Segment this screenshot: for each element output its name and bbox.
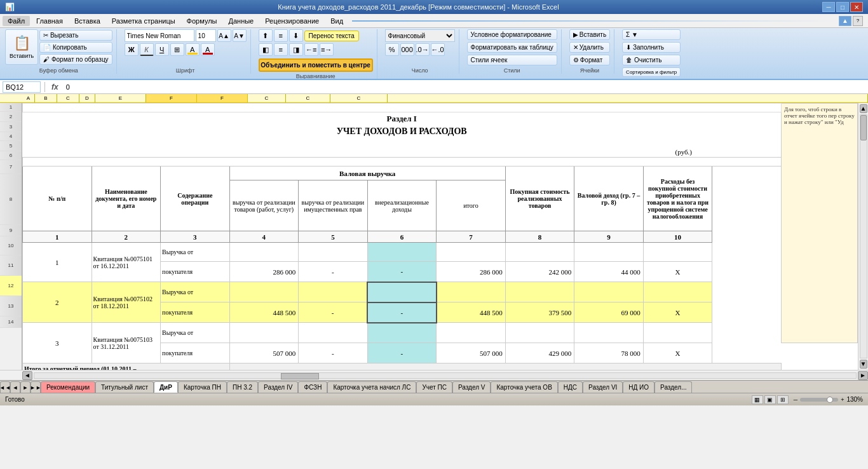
data-row3-col9[interactable]: 78 000 — [574, 343, 644, 364]
data-row3-op-from[interactable]: Выручка от — [161, 323, 230, 343]
data-row3-col8[interactable]: 429 000 — [505, 343, 574, 364]
scroll-up-button[interactable]: ▲ — [860, 104, 867, 113]
help-button[interactable]: ? — [853, 16, 863, 26]
data-row1-doc[interactable]: Квитанция №0075101 от 16.12.2011 — [92, 243, 161, 282]
zoom-out-button[interactable]: ─ — [794, 397, 797, 403]
data-row3-num[interactable]: 3 — [23, 323, 92, 364]
data-row1-col10[interactable]: X — [643, 262, 712, 282]
tab-nav-prev[interactable]: ◄ — [10, 381, 20, 393]
data-row3-col8-empty[interactable] — [505, 323, 574, 343]
zoom-slider-thumb[interactable] — [827, 397, 833, 403]
data-row3-col4-empty[interactable] — [229, 323, 299, 343]
autosum-button[interactable]: Σ ▼ — [622, 29, 681, 40]
copy-button[interactable]: 📄 Копировать — [39, 42, 112, 53]
data-row2-col10-empty[interactable] — [643, 282, 712, 302]
data-row2-col9-empty[interactable] — [574, 282, 644, 302]
data-row1-col10-empty[interactable] — [643, 243, 712, 262]
tab-nav-next[interactable]: ► — [20, 381, 31, 393]
font-grow-button[interactable]: A▲ — [217, 29, 231, 42]
data-row1-col6[interactable]: - — [367, 262, 437, 282]
sheet-tab-uchet-ps[interactable]: Учет ПС — [416, 381, 452, 393]
data-row2-col8[interactable]: 379 500 — [505, 302, 574, 323]
data-row1-col4[interactable]: 286 000 — [229, 262, 299, 282]
align-bottom-button[interactable]: ⬇ — [289, 29, 303, 42]
zoom-level[interactable]: 130% — [846, 396, 863, 403]
sheet-tab-pn32[interactable]: ПН 3.2 — [227, 381, 258, 393]
data-row3-col9-empty[interactable] — [574, 323, 644, 343]
data-row1-op-from[interactable]: Выручка от — [161, 243, 230, 262]
scroll-track[interactable] — [860, 114, 867, 358]
scroll-down-button[interactable]: ▼ — [860, 360, 867, 369]
data-row1-col7-empty[interactable] — [437, 243, 506, 262]
paste-button[interactable]: 📋 Вставить — [5, 29, 38, 65]
clear-button[interactable]: 🗑 Очистить — [622, 55, 681, 65]
wrap-text-button[interactable]: Перенос текста — [304, 31, 359, 41]
data-row3-col10[interactable]: X — [643, 343, 712, 364]
percent-button[interactable]: % — [385, 43, 399, 56]
italic-button[interactable]: К — [140, 43, 154, 56]
data-row2-col8-empty[interactable] — [505, 282, 574, 302]
font-shrink-button[interactable]: A▼ — [233, 29, 247, 42]
align-right-button[interactable]: ◨ — [289, 43, 303, 56]
align-left-button[interactable]: ◧ — [259, 43, 273, 56]
data-row3-col5[interactable]: - — [299, 343, 368, 364]
data-row2-op-from[interactable]: Выручка от — [161, 282, 230, 302]
data-row2-col7[interactable]: 448 500 — [437, 302, 506, 323]
data-row2-num[interactable]: 2 — [23, 282, 92, 323]
insert-cells-button[interactable]: ▶ Вставить — [569, 29, 610, 40]
page-break-view-button[interactable]: ⊞ — [777, 395, 789, 404]
data-row1-op[interactable]: покупателя — [161, 262, 230, 282]
formula-input[interactable]: 0 — [64, 81, 865, 93]
decrease-decimal-button[interactable]: ←.0 — [431, 43, 445, 56]
data-row1-col5-empty[interactable] — [299, 243, 368, 262]
increase-decimal-button[interactable]: .0→ — [416, 43, 430, 56]
conditional-formatting-button[interactable]: Условное форматирование — [467, 29, 557, 40]
sheet-tab-title[interactable]: Титульный лист — [95, 381, 154, 393]
menu-item-insert[interactable]: Вставка — [69, 16, 105, 26]
horizontal-scroll-thumb[interactable] — [281, 373, 319, 379]
bold-button[interactable]: Ж — [125, 43, 139, 56]
format-cells-button[interactable]: ⚙ Формат — [569, 55, 610, 65]
menu-item-view[interactable]: Вид — [325, 16, 348, 26]
font-name-input[interactable] — [125, 29, 194, 42]
font-size-input[interactable] — [196, 29, 216, 42]
zoom-in-button[interactable]: + — [841, 397, 844, 403]
data-row1-col8[interactable]: 242 000 — [505, 262, 574, 282]
data-row1-col9[interactable]: 44 000 — [574, 262, 644, 282]
data-row2-op[interactable]: покупателя — [161, 302, 230, 323]
sheet-tab-fszn[interactable]: ФСЗН — [298, 381, 327, 393]
sheet-tab-razdel-last[interactable]: Раздел... — [654, 381, 692, 393]
tab-nav-last[interactable]: ►► — [31, 381, 41, 393]
sheet-tab-dir[interactable]: ДиР — [154, 381, 178, 393]
data-row2-col5-empty[interactable] — [299, 282, 368, 302]
menu-item-home[interactable]: Главная — [31, 16, 68, 26]
data-row2-col10[interactable]: X — [643, 302, 712, 323]
data-row1-col5[interactable]: - — [299, 262, 368, 282]
data-row3-col6-empty[interactable] — [367, 323, 437, 343]
menu-item-review[interactable]: Рецензирование — [260, 16, 324, 26]
minimize-button[interactable]: ─ — [822, 2, 835, 12]
data-row3-col7[interactable]: 507 000 — [437, 343, 506, 364]
merge-center-button[interactable]: Объединить и поместить в центре — [259, 58, 373, 72]
data-row3-col5-empty[interactable] — [299, 323, 368, 343]
cell-reference-input[interactable] — [3, 81, 41, 93]
sheet-tab-razdel5[interactable]: Раздел V — [452, 381, 491, 393]
format-painter-button[interactable]: 🖌 Формат по образцу — [39, 54, 112, 65]
delete-cells-button[interactable]: ✕ Удалить — [569, 42, 610, 53]
data-row2-col4-empty[interactable] — [229, 282, 299, 302]
menu-item-formulas[interactable]: Формулы — [182, 16, 222, 26]
data-row3-col6[interactable]: - — [367, 343, 437, 364]
data-row2-col9[interactable]: 69 000 — [574, 302, 644, 323]
ribbon-minimize-button[interactable]: ▲ — [839, 16, 851, 26]
data-row1-col6-empty[interactable] — [367, 243, 437, 262]
number-format-select[interactable]: Финансовый — [385, 29, 455, 42]
data-row2-col7-empty[interactable] — [437, 282, 506, 302]
data-row1-col8-empty[interactable] — [505, 243, 574, 262]
sheet-tab-kartochka-ls[interactable]: Карточка учета начисл ЛС — [327, 381, 416, 393]
data-row3-doc[interactable]: Квитанция №0075103 от 31.12.2011 — [92, 323, 161, 364]
data-row1-col4-empty[interactable] — [229, 243, 299, 262]
sheet-tab-razdel6[interactable]: Раздел VI — [583, 381, 623, 393]
menu-item-data[interactable]: Данные — [223, 16, 259, 26]
data-row1-num[interactable]: 1 — [23, 243, 92, 282]
horizontal-scroll-track[interactable] — [34, 372, 857, 379]
